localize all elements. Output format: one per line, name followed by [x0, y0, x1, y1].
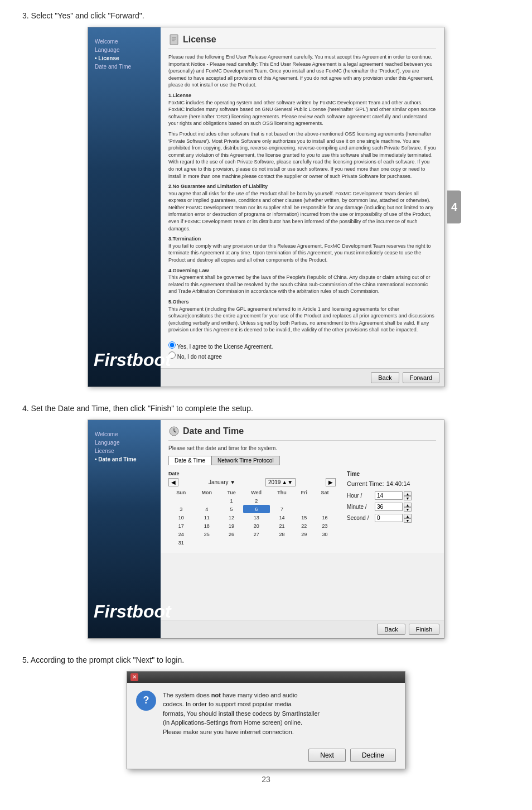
radio-no-label[interactable]: No, I do not agree [168, 351, 436, 360]
table-row[interactable]: 25 [194, 530, 220, 538]
dialog-message-line1: The system does not have many video and … [163, 692, 320, 735]
minute-up-btn[interactable]: ▲ [404, 503, 412, 507]
sidebar-item-language[interactable]: Language [93, 46, 156, 54]
radio-yes-label[interactable]: Yes, I agree to the License Agreement. [168, 341, 436, 350]
year-button[interactable]: 2019 ▲▼ [265, 478, 296, 486]
license-text-body: Please read the following End User Relea… [168, 54, 436, 337]
tab-network-time[interactable]: Network Time Protocol [211, 456, 280, 465]
table-row[interactable]: 28 [270, 530, 294, 538]
minute-down-btn[interactable]: ▼ [404, 507, 412, 512]
table-row[interactable]: 22 [294, 522, 314, 530]
table-row[interactable]: 23 [314, 522, 335, 530]
current-time-value: 14:40:14 [386, 480, 410, 487]
hour-spinner[interactable]: ▲ ▼ [404, 491, 412, 500]
table-row[interactable]: 19 [220, 522, 243, 530]
table-row[interactable]: 7 [270, 505, 294, 513]
table-row[interactable]: 13 [243, 513, 270, 522]
license-title: License [168, 34, 436, 49]
table-row[interactable]: 1 [220, 496, 243, 505]
table-row [194, 538, 220, 547]
current-time-label: Current Time: [347, 480, 384, 487]
datetime-title: Date and Time [168, 426, 436, 441]
dialog-body: ? The system does not have many video an… [127, 683, 405, 745]
minute-input[interactable] [375, 503, 403, 511]
dialog-footer: Next Decline [127, 744, 405, 769]
table-row[interactable]: 21 [270, 522, 294, 530]
table-row[interactable]: 27 [243, 530, 270, 538]
table-row[interactable]: 29 [294, 530, 314, 538]
datetime-content: Date and Time Please set the date and ti… [161, 420, 444, 553]
table-row[interactable]: 31 [169, 538, 194, 547]
license-section-2: 2.No Guarantee and Limitation of Liabili… [168, 183, 436, 232]
table-row[interactable]: 6 [243, 505, 270, 513]
datetime-title-text: Date and Time [183, 426, 244, 436]
cal-header-wed: Wed [243, 489, 270, 497]
forward-button[interactable]: Forward [403, 372, 439, 383]
license-content: License Please read the following End Us… [161, 27, 444, 368]
month-arrow: ▼ [230, 479, 235, 485]
table-row[interactable]: 20 [243, 522, 270, 530]
table-row[interactable]: 24 [169, 530, 194, 538]
sidebar2-item-license[interactable]: License [93, 447, 156, 455]
second-spinner[interactable]: ▲ ▼ [404, 514, 412, 523]
datetime-footer: Back Finish [161, 620, 444, 638]
table-row [294, 538, 314, 547]
datetime-back-button[interactable]: Back [377, 624, 405, 635]
next-button[interactable]: Next [308, 749, 346, 762]
datetime-subtitle: Please set the date and time for the sys… [168, 445, 436, 451]
table-row[interactable]: 30 [314, 530, 335, 538]
hour-up-btn[interactable]: ▲ [404, 491, 412, 496]
table-row[interactable]: 5 [220, 505, 243, 513]
second-up-btn[interactable]: ▲ [404, 514, 412, 518]
license-section-3: 3.Termination If you fail to comply with… [168, 235, 436, 263]
table-row[interactable]: 4 [194, 505, 220, 513]
license-radio-group: Yes, I agree to the License Agreement. N… [168, 341, 436, 361]
datetime-finish-button[interactable]: Finish [409, 624, 439, 635]
table-row[interactable]: 16 [314, 513, 335, 522]
hour-down-btn[interactable]: ▼ [404, 496, 412, 500]
table-row[interactable]: 12 [220, 513, 243, 522]
table-row[interactable]: 26 [220, 530, 243, 538]
decline-button[interactable]: Decline [350, 749, 396, 762]
table-row[interactable]: 14 [270, 513, 294, 522]
dialog-question-icon: ? [136, 691, 156, 711]
sidebar2-item-welcome[interactable]: Welcome [93, 430, 156, 438]
dialog-close-button[interactable]: ✕ [130, 673, 138, 681]
minute-spinner[interactable]: ▲ ▼ [404, 503, 412, 512]
tab-date-time[interactable]: Date & Time [168, 456, 211, 465]
calendar-table: Sun Mon Tue Wed Thu Fri Sat [168, 489, 336, 547]
sidebar-item-welcome[interactable]: Welcome [93, 37, 156, 46]
dialog-message: The system does not have many video and … [163, 691, 396, 737]
radio-yes[interactable] [168, 341, 176, 349]
cal-header-tue: Tue [220, 489, 243, 497]
license-title-text: License [183, 35, 216, 45]
second-input[interactable] [375, 514, 403, 522]
page-number: 23 [22, 775, 510, 784]
table-row[interactable]: 17 [169, 522, 194, 530]
sidebar-item-datetime[interactable]: Date and Time [93, 62, 156, 71]
table-row [194, 496, 220, 505]
license-section-4: 4.Governing Law This Agreement shall be … [168, 267, 436, 295]
year-spinner: ▲▼ [282, 479, 293, 485]
prev-month-button[interactable]: ◀ [168, 478, 178, 486]
sidebar-item-license[interactable]: License [93, 54, 156, 62]
table-row [169, 496, 194, 505]
datetime-tabs: Date & Time Network Time Protocol [168, 456, 436, 465]
table-row[interactable]: 10 [169, 513, 194, 522]
table-row[interactable]: 18 [194, 522, 220, 530]
table-row [220, 538, 243, 547]
second-down-btn[interactable]: ▼ [404, 518, 412, 523]
table-row [270, 496, 294, 505]
sidebar2-item-datetime[interactable]: Date and Time [93, 455, 156, 464]
sidebar2-item-language[interactable]: Language [93, 438, 156, 447]
time-label: Time [347, 471, 436, 477]
back-button[interactable]: Back [371, 372, 399, 383]
table-row[interactable]: 15 [294, 513, 314, 522]
datetime-body: Date ◀ January ▼ 2019 ▲▼ ▶ [168, 471, 436, 547]
codec-dialog-container: ✕ ? The system does not have many video … [127, 671, 405, 770]
table-row[interactable]: 3 [169, 505, 194, 513]
hour-input[interactable] [375, 491, 403, 500]
next-month-button[interactable]: ▶ [326, 478, 336, 486]
table-row[interactable]: 11 [194, 513, 220, 522]
table-row[interactable]: 2 [243, 496, 270, 505]
